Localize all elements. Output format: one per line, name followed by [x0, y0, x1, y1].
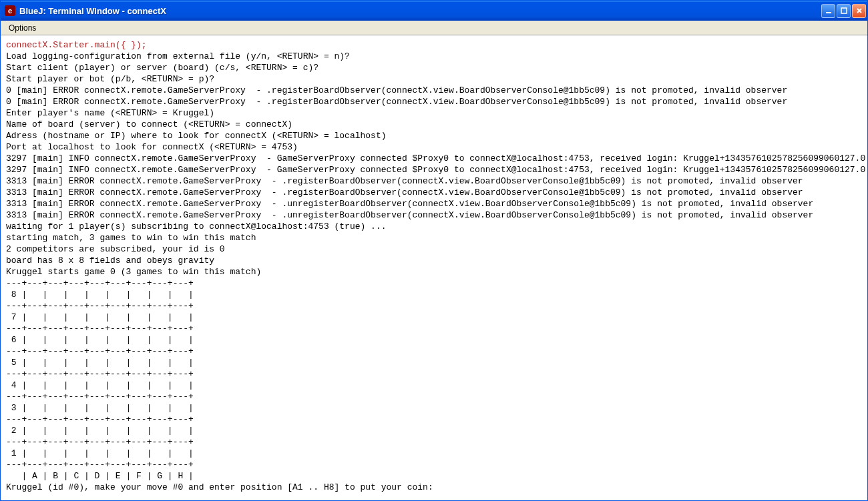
- maximize-icon: [840, 7, 848, 15]
- terminal-window: e BlueJ: Terminal Window - connectX Opti…: [0, 0, 868, 501]
- terminal-output[interactable]: connectX.Starter.main({ }); Load logging…: [1, 35, 867, 500]
- terminal-lines: Load logging-configuration from external…: [6, 51, 867, 492]
- app-icon: e: [5, 5, 15, 16]
- window-controls: [821, 4, 866, 18]
- minimize-icon: [825, 7, 833, 15]
- menu-options[interactable]: Options: [3, 22, 41, 34]
- command-line: connectX.Starter.main({ });: [6, 40, 147, 50]
- svg-rect-0: [826, 12, 831, 13]
- minimize-button[interactable]: [821, 4, 835, 18]
- svg-rect-1: [841, 8, 847, 13]
- window-title: BlueJ: Terminal Window - connectX: [19, 6, 821, 16]
- maximize-button[interactable]: [837, 4, 851, 18]
- menubar: Options: [1, 21, 867, 35]
- titlebar[interactable]: e BlueJ: Terminal Window - connectX: [1, 1, 867, 21]
- close-icon: [855, 7, 863, 15]
- close-button[interactable]: [852, 4, 866, 18]
